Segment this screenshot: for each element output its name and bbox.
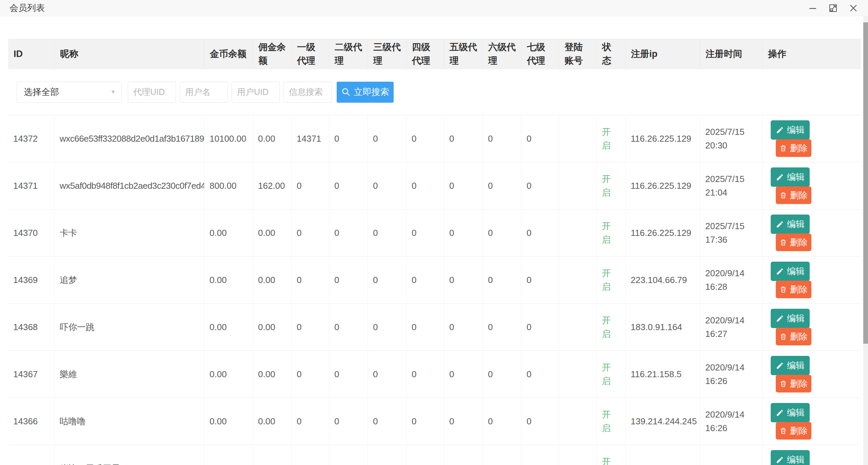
- cell-commission: 0.00: [253, 304, 292, 350]
- cell-register-time: 2020/9/14: [700, 445, 763, 465]
- col-header-register-time: 注册时间: [700, 39, 763, 69]
- edit-button[interactable]: 编辑: [771, 309, 810, 328]
- cell-register-ip: 116.26.225.129: [626, 209, 700, 256]
- delete-button[interactable]: 删除: [776, 422, 811, 440]
- cell-login-account: [559, 162, 597, 209]
- cell-status: 开启: [597, 351, 626, 398]
- cell-agent-level3: 0: [368, 209, 407, 256]
- pencil-icon: [776, 456, 784, 464]
- cell-agent-level1: 14371: [292, 115, 329, 162]
- cell-id: 14365: [8, 445, 55, 465]
- cell-agent-level2: 0: [329, 162, 368, 209]
- cell-nickname: 追梦: [55, 257, 204, 303]
- member-list-content: ID 昵称 金币余额 佣金余额 一级代理 二级代理 三级代理 四级代理 五级代理…: [0, 16, 868, 465]
- cell-status: 开启: [597, 115, 626, 162]
- cell-register-time: 2025/7/1517:36: [700, 209, 763, 256]
- cell-agent-level1: 0: [292, 398, 329, 445]
- col-header-actions: 操作: [763, 39, 861, 69]
- table-row: 14365 岸边，黑质工男 0.00 0.00 0 0 0 0 0 0 0 开启…: [8, 445, 861, 465]
- col-header-status: 状态: [597, 39, 626, 69]
- status-badge: 开启: [602, 172, 612, 199]
- search-icon: [341, 87, 351, 97]
- cell-register-time: 2020/9/1416:28: [700, 257, 763, 303]
- cell-actions: 编辑 删除: [763, 398, 861, 445]
- info-search-input[interactable]: [283, 82, 332, 103]
- cell-agent-level2: 0: [329, 209, 368, 256]
- edit-button[interactable]: 编辑: [771, 356, 810, 375]
- cell-agent-level6: 0: [483, 351, 521, 398]
- trash-icon: [780, 191, 787, 199]
- cell-agent-level5: 0: [444, 209, 483, 256]
- cell-agent-level7: 0: [521, 351, 559, 398]
- cell-status: 开启: [597, 257, 626, 303]
- edit-button[interactable]: 编辑: [771, 215, 810, 234]
- col-header-agent-level3: 三级代理: [368, 39, 407, 69]
- cell-agent-level4: 0: [407, 115, 444, 162]
- cell-agent-level6: 0: [483, 209, 521, 256]
- cell-agent-level5: 0: [444, 162, 483, 209]
- page-title: 会员列表: [9, 2, 45, 14]
- maximize-icon[interactable]: [828, 3, 838, 13]
- edit-button[interactable]: 编辑: [771, 403, 810, 422]
- delete-button[interactable]: 删除: [776, 234, 811, 251]
- cell-agent-level7: 0: [521, 209, 559, 256]
- delete-button[interactable]: 删除: [776, 281, 811, 298]
- cell-agent-level4: 0: [407, 162, 444, 209]
- cell-actions: 编辑 删除: [763, 162, 861, 209]
- cell-nickname: 卡卡: [55, 209, 204, 256]
- cell-nickname: 岸边，黑质工男: [55, 445, 204, 465]
- cell-agent-level7: 0: [521, 398, 559, 445]
- cell-gold-balance: 800.00: [204, 162, 253, 209]
- cell-actions: 编辑 删除: [763, 115, 861, 162]
- table-row: 14368 吓你一跳 0.00 0.00 0 0 0 0 0 0 0 开启 18…: [8, 304, 861, 351]
- cell-agent-level7: 0: [521, 162, 559, 209]
- cell-agent-level3: 0: [368, 445, 407, 465]
- username-input[interactable]: [180, 82, 228, 103]
- cell-login-account: [559, 115, 597, 162]
- cell-actions: 编辑 删除: [763, 257, 861, 303]
- cell-status: 开启: [597, 398, 626, 445]
- col-header-login-account: 登陆账号: [559, 39, 597, 69]
- edit-button[interactable]: 编辑: [771, 167, 810, 187]
- delete-button[interactable]: 删除: [776, 328, 811, 345]
- cell-commission: 0.00: [253, 351, 292, 398]
- delete-button[interactable]: 删除: [776, 375, 811, 392]
- cell-status: 开启: [597, 209, 626, 256]
- cell-agent-level5: 0: [444, 257, 483, 303]
- search-button[interactable]: 立即搜索: [337, 82, 394, 103]
- cell-agent-level6: 0: [483, 115, 521, 162]
- table-row: 14370 卡卡 0.00 0.00 0 0 0 0 0 0 0 开启 116.…: [8, 209, 861, 257]
- status-badge: 开启: [602, 408, 612, 435]
- scrollbar-thumb[interactable]: [863, 22, 868, 344]
- pencil-icon: [776, 267, 784, 276]
- minimize-icon[interactable]: [808, 3, 818, 13]
- delete-button[interactable]: 删除: [776, 139, 811, 157]
- edit-button[interactable]: 编辑: [771, 262, 810, 281]
- cell-nickname: 樂維: [55, 351, 204, 398]
- cell-commission: 0.00: [253, 445, 292, 465]
- cell-register-ip: 116.26.225.129: [626, 162, 700, 209]
- cell-agent-level2: 0: [329, 398, 368, 445]
- table-header-row: ID 昵称 金币余额 佣金余额 一级代理 二级代理 三级代理 四级代理 五级代理…: [8, 39, 861, 69]
- cell-commission: 0.00: [253, 398, 292, 445]
- cell-actions: 编辑 删除: [763, 209, 861, 256]
- status-badge: 开启: [602, 125, 612, 152]
- col-header-agent-level5: 五级代理: [444, 39, 483, 69]
- agent-uid-input[interactable]: [128, 82, 176, 103]
- cell-agent-level7: 0: [521, 115, 559, 162]
- delete-button[interactable]: 删除: [776, 186, 811, 204]
- edit-button[interactable]: 编辑: [771, 120, 810, 140]
- edit-button[interactable]: 编辑: [771, 450, 810, 465]
- cell-register-time: 2025/7/1520:30: [700, 115, 763, 162]
- cell-agent-level2: 0: [329, 304, 368, 350]
- cell-login-account: [559, 398, 597, 445]
- cell-register-time: 2020/9/1416:27: [700, 304, 763, 350]
- cell-agent-level4: 0: [407, 209, 444, 256]
- cell-agent-level7: 0: [521, 257, 559, 303]
- cell-gold-balance: 0.00: [204, 304, 253, 350]
- filter-select[interactable]: 选择全部 ▼: [17, 82, 122, 103]
- vertical-scrollbar[interactable]: [863, 16, 868, 465]
- close-icon[interactable]: [848, 3, 859, 13]
- cell-nickname: 咕噜噜: [55, 398, 204, 445]
- user-uid-input[interactable]: [232, 82, 280, 103]
